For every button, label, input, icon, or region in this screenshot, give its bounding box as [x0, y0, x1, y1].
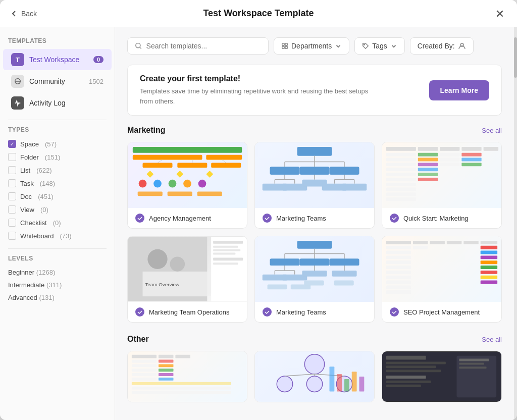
sidebar-item-community[interactable]: Community 1502 [3, 71, 112, 92]
svg-rect-178 [386, 381, 431, 383]
template-card-marketing-teams-2[interactable]: Marketing Teams [254, 236, 375, 323]
quick-start-icon [389, 213, 399, 223]
svg-rect-101 [300, 258, 330, 266]
svg-rect-157 [132, 382, 231, 385]
type-folder[interactable]: Folder (151) [0, 150, 115, 164]
other-thumb-2 [255, 351, 374, 402]
svg-rect-73 [418, 173, 438, 176]
search-box[interactable] [127, 37, 269, 55]
whiteboard-checkbox[interactable] [8, 232, 16, 240]
level-beginner[interactable]: Beginner (1268) [0, 266, 115, 279]
beginner-label: Beginner [8, 269, 36, 276]
other-card-1[interactable] [127, 351, 247, 402]
type-whiteboard[interactable]: Whiteboard (73) [0, 229, 115, 242]
space-checkbox[interactable]: ✓ [8, 140, 16, 148]
type-doc[interactable]: Doc (451) [0, 190, 115, 203]
level-intermediate[interactable]: Intermediate (311) [0, 279, 115, 291]
svg-line-14 [158, 160, 163, 163]
svg-rect-140 [386, 281, 411, 284]
svg-rect-88 [213, 249, 240, 251]
svg-point-28 [135, 214, 144, 223]
svg-point-22 [169, 180, 177, 188]
svg-rect-134 [386, 251, 411, 254]
sidebar-item-activity-log[interactable]: Activity Log [3, 92, 112, 114]
svg-rect-72 [386, 173, 416, 176]
svg-rect-146 [175, 355, 190, 358]
list-checkbox[interactable] [8, 166, 16, 174]
folder-checkbox[interactable] [8, 153, 16, 161]
svg-rect-137 [386, 266, 411, 269]
folder-label: Folder [20, 153, 39, 161]
type-list[interactable]: List (622) [0, 164, 115, 177]
svg-rect-153 [132, 373, 157, 376]
svg-rect-126 [481, 255, 497, 259]
svg-rect-179 [386, 385, 421, 387]
type-checklist[interactable]: Checklist (0) [0, 216, 115, 229]
svg-rect-136 [386, 260, 411, 264]
svg-rect-70 [386, 168, 416, 171]
template-card-marketing-ops[interactable]: Team Overview Marketing Team Operations [127, 236, 247, 323]
template-card-agency-management[interactable]: Agency Management [127, 142, 247, 229]
test-workspace-label: Test Workspace [29, 56, 88, 64]
seo-footer: SEO Project Management [382, 302, 501, 322]
svg-rect-18 [176, 171, 183, 178]
svg-rect-56 [461, 147, 481, 151]
type-space[interactable]: ✓ Space (57) [0, 137, 115, 150]
svg-rect-69 [461, 163, 481, 166]
svg-rect-3 [285, 43, 287, 45]
svg-rect-168 [337, 374, 342, 391]
svg-rect-113 [268, 284, 287, 289]
scroll-indicator[interactable] [514, 27, 517, 420]
svg-rect-131 [481, 281, 497, 284]
folder-count: (151) [45, 153, 60, 161]
back-button[interactable]: Back [10, 10, 37, 18]
tags-chevron-icon [390, 42, 397, 49]
type-view[interactable]: View (0) [0, 203, 115, 216]
tags-icon [362, 42, 369, 49]
doc-checkbox[interactable] [8, 192, 16, 200]
other-section-header: Other See all [127, 335, 502, 344]
learn-more-button[interactable]: Learn More [429, 80, 489, 100]
close-button[interactable] [493, 7, 507, 21]
type-task[interactable]: Task (148) [0, 177, 115, 190]
checklist-checkbox[interactable] [8, 219, 16, 227]
search-input[interactable] [146, 42, 261, 50]
scroll-thumb[interactable] [514, 37, 517, 78]
tags-filter[interactable]: Tags [354, 37, 405, 55]
other-see-all[interactable]: See all [482, 336, 502, 343]
marketing-see-all[interactable]: See all [482, 127, 502, 134]
view-checkbox[interactable] [8, 205, 16, 214]
svg-rect-12 [177, 163, 207, 168]
template-card-marketing-teams-1[interactable]: Marketing Teams [254, 142, 375, 229]
svg-rect-62 [386, 158, 416, 162]
other-card-2[interactable] [254, 351, 375, 402]
svg-rect-37 [330, 167, 359, 175]
whiteboard-count: (73) [60, 232, 71, 240]
intermediate-count: (311) [46, 281, 62, 289]
svg-rect-120 [430, 241, 445, 244]
svg-point-6 [364, 44, 365, 45]
svg-rect-86 [213, 241, 243, 244]
departments-filter[interactable]: Departments [274, 37, 349, 55]
svg-rect-155 [132, 378, 157, 381]
level-advanced[interactable]: Advanced (131) [0, 291, 115, 304]
svg-rect-112 [332, 271, 356, 277]
svg-rect-124 [481, 246, 497, 249]
task-checkbox[interactable] [8, 179, 16, 187]
svg-point-80 [390, 214, 399, 223]
created-by-filter[interactable]: Created By: [410, 37, 474, 55]
template-card-quick-start[interactable]: Quick Start: Marketing [382, 142, 502, 229]
svg-rect-79 [386, 197, 416, 201]
svg-rect-128 [481, 266, 497, 269]
other-card-3[interactable] [382, 351, 502, 402]
svg-point-83 [170, 256, 185, 272]
list-label: List [20, 167, 30, 174]
template-card-seo[interactable]: SEO Project Management [382, 236, 502, 323]
sidebar-item-test-workspace[interactable]: T Test Workspace 0 [3, 49, 112, 70]
list-count: (622) [36, 167, 51, 174]
svg-rect-150 [159, 364, 174, 367]
seo-thumb [382, 236, 501, 302]
quick-start-name: Quick Start: Marketing [403, 215, 469, 222]
quick-start-footer: Quick Start: Marketing [382, 208, 501, 228]
agency-management-icon [135, 213, 145, 223]
